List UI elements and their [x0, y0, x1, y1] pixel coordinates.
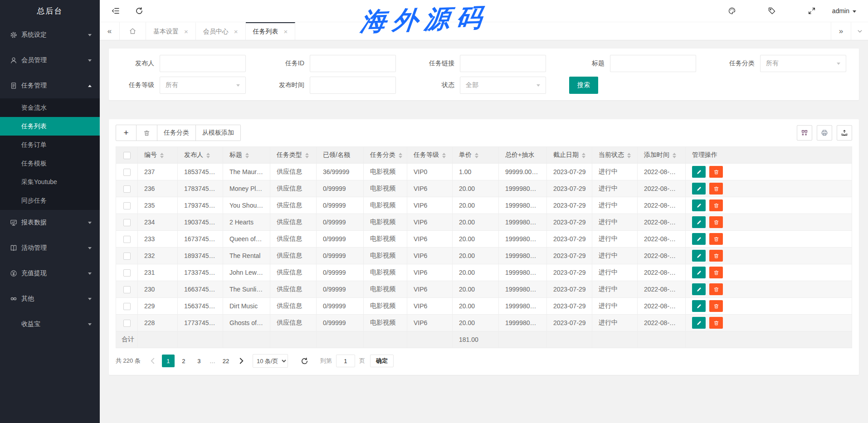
edit-button[interactable]	[692, 250, 706, 262]
tab-home[interactable]	[120, 22, 146, 40]
close-icon[interactable]: ×	[184, 28, 188, 35]
add-from-template-button[interactable]: 从模板添加	[196, 125, 241, 141]
row-checkbox[interactable]	[123, 202, 131, 209]
row-checkbox[interactable]	[123, 253, 131, 260]
edit-button[interactable]	[692, 233, 706, 245]
tabs-menu-button[interactable]	[851, 22, 868, 40]
sidebar-item-label: 系统设定	[21, 31, 88, 39]
tabs-scroll-left-button[interactable]: «	[100, 22, 120, 40]
delete-button[interactable]	[709, 283, 723, 295]
delete-button[interactable]	[709, 300, 723, 312]
sidebar-subitem-collect-youtube[interactable]: 采集Youtube	[0, 173, 100, 191]
sidebar-item-earnings-treasure[interactable]: 收益宝	[0, 311, 100, 337]
row-checkbox[interactable]	[123, 269, 131, 277]
prev-page-button[interactable]	[146, 355, 159, 367]
task-level-select[interactable]: 所有	[160, 77, 246, 94]
sidebar-item-system-settings[interactable]: 系统设定	[0, 22, 100, 48]
publish-time-input[interactable]	[310, 77, 396, 94]
sidebar-item-other[interactable]: 其他	[0, 286, 100, 311]
title-input[interactable]	[610, 55, 696, 72]
refresh-icon[interactable]	[301, 357, 308, 365]
close-icon[interactable]: ×	[234, 28, 238, 35]
task-link-input[interactable]	[460, 55, 546, 72]
row-checkbox[interactable]	[123, 320, 131, 327]
sidebar-item-task-management[interactable]: 任务管理	[0, 73, 100, 98]
delete-button[interactable]	[709, 250, 723, 262]
add-task-button[interactable]: +	[116, 125, 137, 141]
sidebar-subitem-funds-flow[interactable]: 资金流水	[0, 98, 100, 117]
export-icon-button[interactable]	[837, 125, 852, 141]
edit-button[interactable]	[692, 317, 706, 329]
sort-icon[interactable]	[305, 153, 309, 158]
sort-icon[interactable]	[160, 153, 164, 158]
edit-button[interactable]	[692, 166, 706, 178]
search-button[interactable]: 搜索	[569, 77, 598, 94]
delete-button[interactable]	[709, 233, 723, 245]
sort-icon[interactable]	[582, 153, 585, 158]
tabs-scroll-right-button[interactable]: »	[831, 22, 851, 40]
edit-button[interactable]	[692, 267, 706, 278]
delete-selected-button[interactable]	[137, 125, 157, 141]
column-label: 添加时间	[644, 151, 669, 158]
tab-member-center[interactable]: 会员中心×	[196, 22, 246, 40]
page-button-1[interactable]: 1	[162, 355, 175, 367]
sidebar-subitem-task-orders[interactable]: 任务订单	[0, 136, 100, 154]
filter-columns-icon-button[interactable]	[797, 125, 812, 141]
sort-icon[interactable]	[475, 153, 478, 158]
sidebar-item-member-management[interactable]: 会员管理	[0, 48, 100, 73]
page-button-2[interactable]: 2	[177, 355, 190, 367]
sidebar-subitem-sync-tasks[interactable]: 同步任务	[0, 191, 100, 210]
sort-icon[interactable]	[206, 153, 210, 158]
sort-icon[interactable]	[627, 153, 631, 158]
task-id-input[interactable]	[310, 55, 396, 72]
row-checkbox[interactable]	[123, 169, 131, 176]
page-button-3[interactable]: 3	[193, 355, 205, 367]
delete-button[interactable]	[709, 317, 723, 329]
collapse-sidebar-icon[interactable]	[112, 7, 120, 15]
delete-button[interactable]	[709, 267, 723, 278]
sidebar-item-activity-management[interactable]: 活动管理	[0, 235, 100, 261]
row-checkbox[interactable]	[123, 303, 131, 310]
sort-icon[interactable]	[245, 153, 249, 158]
page-size-select[interactable]: 10 条/页	[253, 354, 288, 368]
publisher-input[interactable]	[160, 55, 246, 72]
fullscreen-icon[interactable]	[808, 7, 816, 15]
row-checkbox[interactable]	[123, 286, 131, 293]
row-checkbox[interactable]	[123, 219, 131, 226]
refresh-icon[interactable]	[135, 7, 143, 15]
select-all-checkbox[interactable]	[123, 152, 131, 159]
row-checkbox[interactable]	[123, 185, 131, 193]
delete-button[interactable]	[709, 183, 723, 194]
goto-page-input[interactable]	[336, 355, 355, 367]
edit-button[interactable]	[692, 283, 706, 295]
edit-button[interactable]	[692, 216, 706, 228]
sort-icon[interactable]	[673, 153, 676, 158]
tab-task-list[interactable]: 任务列表×	[246, 22, 296, 40]
status-select[interactable]: 全部	[460, 77, 546, 94]
sidebar-item-report-data[interactable]: 报表数据	[0, 210, 100, 235]
delete-button[interactable]	[709, 216, 723, 228]
page-button-22[interactable]: 22	[219, 355, 232, 367]
row-checkbox[interactable]	[123, 236, 131, 243]
sidebar-item-recharge-withdraw[interactable]: 充值提现	[0, 261, 100, 286]
next-page-button[interactable]	[235, 355, 248, 367]
edit-button[interactable]	[692, 300, 706, 312]
edit-button[interactable]	[692, 199, 706, 211]
confirm-button[interactable]: 确定	[370, 355, 394, 367]
edit-button[interactable]	[692, 183, 706, 194]
field-publish-time: 发布时间	[259, 77, 409, 94]
print-icon-button[interactable]	[817, 125, 832, 141]
sort-icon[interactable]	[442, 153, 446, 158]
tab-basic-settings[interactable]: 基本设置×	[146, 22, 196, 40]
user-menu[interactable]: admin	[832, 7, 856, 15]
task-category-button[interactable]: 任务分类	[157, 125, 196, 141]
sort-icon[interactable]	[399, 153, 402, 158]
delete-button[interactable]	[709, 199, 723, 211]
task-category-select[interactable]: 所有	[760, 55, 846, 72]
theme-palette-icon[interactable]	[728, 7, 736, 15]
delete-button[interactable]	[709, 166, 723, 178]
close-icon[interactable]: ×	[284, 28, 288, 35]
sidebar-subitem-task-templates[interactable]: 任务模板	[0, 154, 100, 173]
sidebar-subitem-task-list[interactable]: 任务列表	[0, 117, 100, 136]
tag-icon[interactable]	[768, 7, 776, 15]
